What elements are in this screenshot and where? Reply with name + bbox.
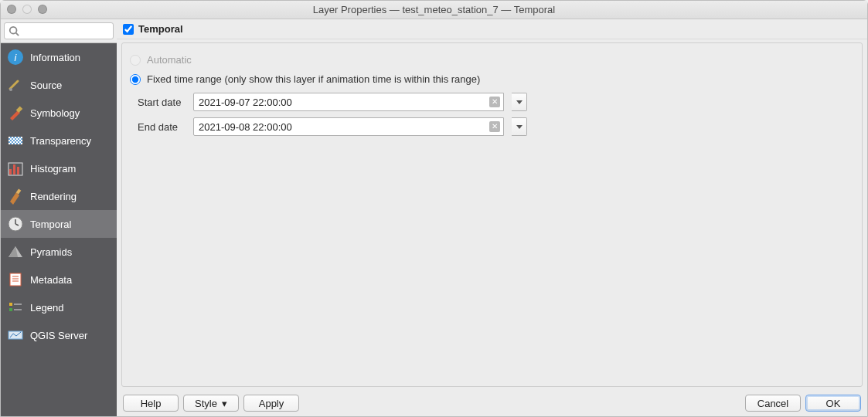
panel-header: Temporal — [117, 19, 867, 39]
svg-line-1 — [16, 33, 19, 36]
end-date-dropdown-button[interactable] — [512, 117, 527, 136]
close-window-button[interactable] — [7, 5, 16, 14]
sidebar-item-label: Source — [30, 80, 62, 91]
temporal-enable-checkbox[interactable] — [123, 24, 134, 35]
radio-fixed[interactable] — [130, 74, 141, 85]
svg-rect-25 — [9, 308, 12, 311]
svg-rect-24 — [9, 303, 12, 306]
info-icon: i — [7, 49, 24, 66]
svg-marker-30 — [516, 125, 523, 129]
svg-marker-29 — [516, 100, 523, 104]
sidebar-search-input[interactable] — [4, 22, 114, 39]
sidebar-item-rendering[interactable]: Rendering — [1, 182, 117, 210]
end-date-clear-button[interactable]: ✕ — [487, 117, 502, 136]
clear-icon: ✕ — [489, 121, 500, 132]
clock-icon — [7, 215, 24, 232]
histogram-icon — [7, 160, 24, 177]
start-date-label: Start date — [138, 97, 187, 108]
dialog-window: Layer Properties — test_meteo_station_7 … — [0, 0, 868, 417]
end-date-input[interactable] — [193, 117, 504, 136]
radio-automatic[interactable] — [130, 55, 141, 66]
chevron-down-icon — [516, 123, 523, 131]
sidebar-search-wrap — [1, 19, 117, 43]
sidebar-item-pyramids[interactable]: Pyramids — [1, 238, 117, 266]
chevron-down-icon — [516, 98, 523, 106]
end-date-row: End date ✕ — [138, 117, 854, 136]
sidebar-item-label: Legend — [30, 302, 63, 314]
sidebar-item-information[interactable]: i Information — [1, 43, 117, 71]
sidebar-item-label: Temporal — [30, 219, 71, 230]
cancel-button[interactable]: Cancel — [745, 395, 801, 412]
radio-fixed-row[interactable]: Fixed time range (only show this layer i… — [130, 73, 854, 85]
minimize-window-button[interactable] — [22, 5, 32, 14]
dialog-footer: Help Style▾ Apply Cancel OK — [117, 390, 867, 416]
svg-rect-11 — [13, 164, 15, 175]
sidebar-item-metadata[interactable]: Metadata — [1, 266, 117, 293]
panel-title-label: Temporal — [138, 23, 183, 35]
window-title: Layer Properties — test_meteo_station_7 … — [1, 4, 867, 15]
server-icon — [7, 327, 24, 344]
titlebar: Layer Properties — test_meteo_station_7 … — [1, 1, 867, 19]
svg-point-4 — [9, 88, 12, 91]
brush-icon — [7, 104, 24, 121]
rendering-icon — [7, 188, 24, 205]
sidebar: i Information Source Symbology Transpare… — [1, 19, 117, 416]
metadata-icon — [7, 271, 24, 288]
start-date-clear-button[interactable]: ✕ — [487, 93, 502, 111]
sidebar-item-label: Symbology — [30, 107, 80, 119]
sidebar-item-label: Information — [30, 52, 80, 63]
sidebar-item-label: Metadata — [30, 274, 72, 286]
radio-fixed-label: Fixed time range (only show this layer i… — [147, 73, 480, 85]
sidebar-item-label: Transparency — [30, 135, 91, 147]
start-date-dropdown-button[interactable] — [512, 93, 527, 111]
sidebar-item-label: Rendering — [30, 191, 77, 202]
legend-icon — [7, 299, 24, 316]
main-panel: Temporal Automatic Fixed time range (onl… — [117, 19, 867, 416]
ok-button[interactable]: OK — [805, 395, 861, 412]
start-date-input[interactable] — [193, 93, 504, 111]
zoom-window-button[interactable] — [38, 5, 47, 14]
radio-automatic-row[interactable]: Automatic — [130, 54, 854, 66]
wrench-icon — [7, 76, 24, 93]
apply-button[interactable]: Apply — [243, 395, 299, 412]
sidebar-item-label: QGIS Server — [30, 330, 87, 341]
sidebar-item-legend[interactable]: Legend — [1, 293, 117, 321]
svg-rect-7 — [9, 137, 22, 144]
clear-icon: ✕ — [489, 97, 500, 107]
sidebar-item-transparency[interactable]: Transparency — [1, 127, 117, 154]
svg-rect-10 — [9, 169, 12, 175]
search-icon — [9, 25, 19, 36]
svg-rect-12 — [17, 167, 19, 175]
help-button[interactable]: Help — [123, 395, 179, 412]
sidebar-item-temporal[interactable]: Temporal — [1, 210, 117, 238]
window-controls — [7, 5, 47, 14]
radio-automatic-label: Automatic — [147, 54, 192, 66]
svg-point-0 — [10, 27, 17, 34]
svg-rect-20 — [10, 273, 21, 286]
sidebar-item-label: Pyramids — [30, 246, 72, 258]
transparency-icon — [7, 132, 24, 149]
start-date-row: Start date ✕ — [138, 93, 854, 111]
sidebar-item-histogram[interactable]: Histogram — [1, 154, 117, 182]
pyramid-icon — [7, 243, 24, 260]
chevron-down-icon: ▾ — [222, 398, 227, 409]
style-button[interactable]: Style▾ — [183, 395, 239, 412]
sidebar-item-symbology[interactable]: Symbology — [1, 99, 117, 127]
end-date-label: End date — [138, 121, 187, 133]
sidebar-item-label: Histogram — [30, 163, 76, 175]
sidebar-item-source[interactable]: Source — [1, 71, 117, 99]
sidebar-item-qgis-server[interactable]: QGIS Server — [1, 321, 117, 349]
panel-body: Automatic Fixed time range (only show th… — [121, 42, 863, 387]
